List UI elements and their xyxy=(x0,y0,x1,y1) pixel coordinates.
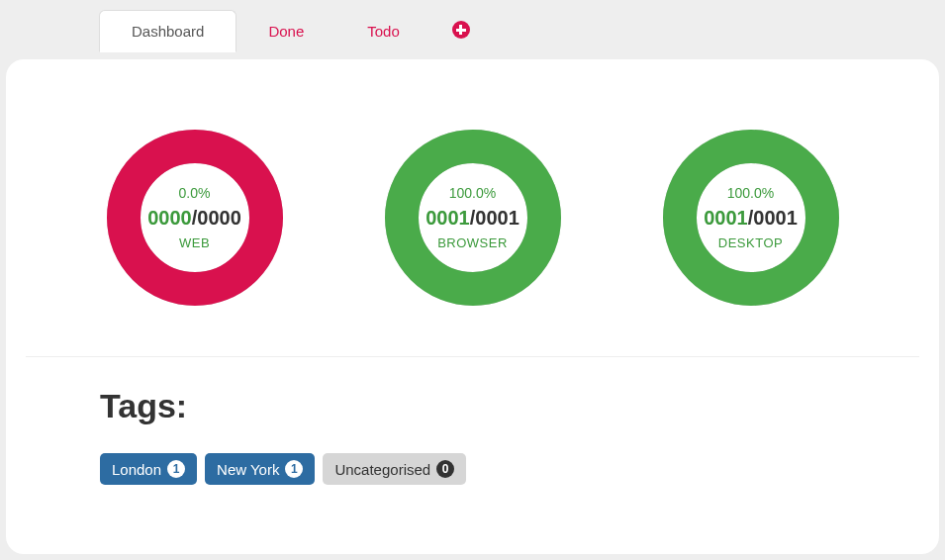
tag-label: London xyxy=(112,461,161,478)
tab-done[interactable]: Done xyxy=(236,11,335,51)
tag-count-badge: 0 xyxy=(436,460,454,478)
plus-icon xyxy=(452,21,470,39)
donut-label: WEB xyxy=(179,235,210,250)
donut-label: DESKTOP xyxy=(718,235,783,250)
donut-center: 100.0%0001/0001BROWSER xyxy=(374,119,572,317)
donut-done: 0000 xyxy=(147,207,192,229)
donut-percent: 100.0% xyxy=(727,185,774,201)
tags-title: Tags: xyxy=(100,387,845,425)
tab-bar: Dashboard Done Todo xyxy=(6,0,939,59)
donut-chart-web: 0.0%0000/0000WEB xyxy=(96,119,294,317)
donut-total: 0001 xyxy=(753,207,798,229)
donut-percent: 100.0% xyxy=(449,185,496,201)
tag-count-badge: 1 xyxy=(167,460,185,478)
donut-done: 0001 xyxy=(704,207,748,229)
donut-center: 0.0%0000/0000WEB xyxy=(96,119,294,317)
tag-pill[interactable]: New York1 xyxy=(205,453,315,485)
tag-label: New York xyxy=(217,461,279,478)
tag-pill[interactable]: London1 xyxy=(100,453,197,485)
add-tab-button[interactable] xyxy=(431,13,491,47)
tag-pill[interactable]: Uncategorised0 xyxy=(323,453,466,485)
donut-total: 0000 xyxy=(197,207,241,229)
donut-percent: 0.0% xyxy=(179,185,211,201)
donut-label: BROWSER xyxy=(437,235,508,250)
donut-center: 100.0%0001/0001DESKTOP xyxy=(652,119,850,317)
donut-ratio: 0001/0001 xyxy=(425,207,520,230)
donut-chart-desktop: 100.0%0001/0001DESKTOP xyxy=(652,119,850,317)
tab-dashboard[interactable]: Dashboard xyxy=(99,10,236,52)
donut-done: 0001 xyxy=(425,207,470,229)
donut-ratio: 0001/0001 xyxy=(704,207,798,230)
donut-ratio: 0000/0000 xyxy=(147,207,241,230)
charts-row: 0.0%0000/0000WEB100.0%0001/0001BROWSER10… xyxy=(26,89,919,357)
tag-count-badge: 1 xyxy=(285,460,303,478)
tag-label: Uncategorised xyxy=(334,461,430,478)
tags-row: London1New York1Uncategorised0 xyxy=(100,453,845,485)
donut-total: 0001 xyxy=(475,207,520,229)
tab-todo[interactable]: Todo xyxy=(335,11,431,51)
tags-section: Tags: London1New York1Uncategorised0 xyxy=(26,357,919,485)
donut-chart-browser: 100.0%0001/0001BROWSER xyxy=(374,119,572,317)
main-panel: 0.0%0000/0000WEB100.0%0001/0001BROWSER10… xyxy=(6,59,939,554)
